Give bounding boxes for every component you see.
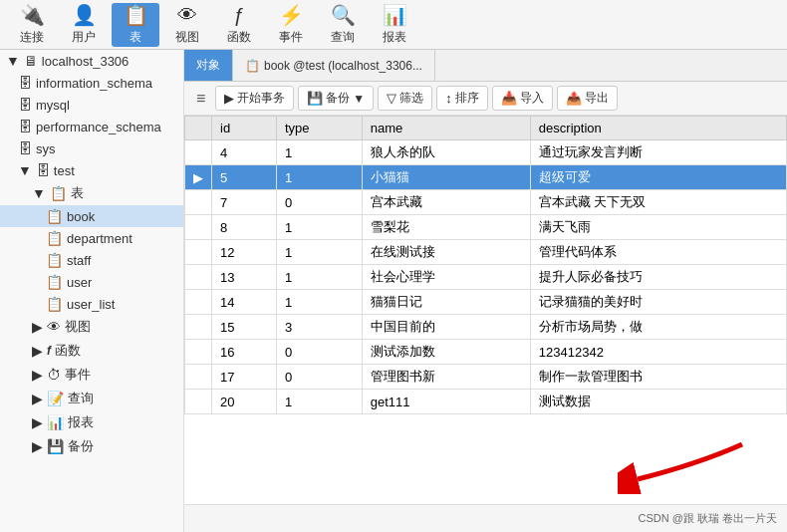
cell-description: 记录猫猫的美好时 (530, 290, 786, 315)
toolbar-user[interactable]: 👤 用户 (60, 3, 108, 47)
toolbar-table[interactable]: 📋 表 (112, 3, 159, 47)
backup-dropdown-icon: ▼ (353, 92, 365, 106)
sidebar-department-label: department (67, 231, 132, 246)
cell-id: 7 (212, 190, 277, 215)
sidebar-item-backup-group[interactable]: ▶ 💾 备份 (0, 434, 183, 458)
sidebar-item-info-schema[interactable]: 🗄 information_schema (0, 72, 183, 94)
filter-label: 筛选 (399, 90, 423, 107)
sidebar-item-department[interactable]: 📋 department (0, 227, 183, 249)
sidebar-item-mysql[interactable]: 🗄 mysql (0, 94, 183, 116)
cell-name: 雪梨花 (362, 215, 530, 240)
sidebar-item-tables-group[interactable]: ▼ 📋 表 (0, 181, 183, 205)
toolbar-event[interactable]: ⚡ 事件 (267, 3, 315, 47)
cell-id: 4 (212, 140, 277, 165)
sidebar-mysql-label: mysql (36, 98, 70, 113)
sort-btn[interactable]: ↕ 排序 (436, 86, 488, 111)
expand-icon-event: ▶ (32, 367, 43, 383)
expand-icon-func: ▶ (32, 343, 43, 359)
main-layout: ▼ 🖥 localhost_3306 🗄 information_schema … (0, 50, 787, 532)
col-name[interactable]: name (362, 117, 530, 140)
cell-name: 在线测试接 (362, 240, 530, 265)
backup-btn[interactable]: 💾 备份 ▼ (298, 86, 374, 111)
filter-icon: ▽ (387, 91, 396, 106)
top-toolbar: 🔌 连接 👤 用户 📋 表 👁 视图 ƒ 函数 ⚡ 事件 🔍 查询 📊 报表 (0, 0, 787, 50)
table-row[interactable]: 131社会心理学提升人际必备技巧 (185, 265, 787, 290)
table-row[interactable]: 153中国目前的分析市场局势，做 (185, 315, 787, 340)
expand-icon-backup: ▶ (32, 438, 43, 454)
sidebar-item-book[interactable]: 📋 book (0, 205, 183, 227)
begin-transaction-btn[interactable]: ▶ 开始事务 (215, 86, 294, 111)
sort-icon: ↕ (445, 91, 452, 106)
sidebar-item-test[interactable]: ▼ 🗄 test (0, 159, 183, 181)
expand-icon-tables: ▼ (32, 185, 46, 201)
tab-book-label: book @test (localhost_3306... (264, 59, 422, 73)
table-row[interactable]: 81雪梨花满天飞雨 (185, 215, 787, 240)
sidebar-item-query-group[interactable]: ▶ 📝 查询 (0, 387, 183, 410)
arrow-annotation (618, 434, 747, 494)
report-icon: 📊 (383, 3, 407, 27)
toolbar-query[interactable]: 🔍 查询 (319, 3, 367, 47)
table-row[interactable]: 41狼人杀的队通过玩家发言判断 (185, 140, 787, 165)
sidebar-localhost-label: localhost_3306 (42, 54, 129, 69)
import-btn[interactable]: 📥 导入 (492, 86, 553, 111)
report-group-icon: 📊 (47, 414, 64, 430)
toolbar-view[interactable]: 👁 视图 (163, 3, 211, 47)
sidebar-item-sys[interactable]: 🗄 sys (0, 137, 183, 159)
cell-id: 16 (212, 340, 277, 365)
filter-btn[interactable]: ▽ 筛选 (378, 86, 432, 111)
col-id[interactable]: id (212, 117, 277, 140)
cell-name: 宫本武藏 (362, 190, 530, 215)
sidebar-item-report-group[interactable]: ▶ 📊 报表 (0, 410, 183, 434)
localhost-expand-icon: ▼ (6, 53, 20, 69)
sort-label: 排序 (455, 90, 479, 107)
export-icon: 📤 (566, 91, 582, 106)
cell-description: 通过玩家发言判断 (530, 140, 786, 165)
tab-book-table[interactable]: 📋 book @test (localhost_3306... (233, 50, 435, 81)
sidebar-item-event-group[interactable]: ▶ ⏱ 事件 (0, 363, 183, 387)
cell-description: 测试数据 (530, 390, 786, 414)
toolbar-report[interactable]: 📊 报表 (371, 3, 418, 47)
sidebar-perf-schema-label: performance_schema (36, 120, 161, 134)
table-row[interactable]: 170管理图书新制作一款管理图书 (185, 365, 787, 390)
db-icon-mysql: 🗄 (18, 97, 32, 113)
table-row[interactable]: 141猫猫日记记录猫猫的美好时 (185, 290, 787, 315)
sidebar-report-label: 报表 (68, 413, 94, 431)
transaction-icon: ▶ (224, 91, 234, 106)
row-indicator: ▶ (185, 165, 212, 190)
col-type[interactable]: type (276, 117, 362, 140)
row-indicator (185, 190, 212, 215)
sidebar-item-perf-schema[interactable]: 🗄 performance_schema (0, 116, 183, 137)
table-row[interactable]: ▶51小猫猫超级可爱 (185, 165, 787, 190)
toolbar-connect-label: 连接 (20, 29, 44, 46)
tab-objects[interactable]: 对象 (184, 50, 233, 81)
content-area: 对象 📋 book @test (localhost_3306... ≡ ▶ 开… (184, 50, 787, 532)
cell-description: 宫本武藏 天下无双 (530, 190, 786, 215)
toolbar-connect[interactable]: 🔌 连接 (8, 3, 56, 47)
table-row[interactable]: 121在线测试接管理代码体系 (185, 240, 787, 265)
db-icon-sys: 🗄 (18, 140, 32, 156)
table-row[interactable]: 70宫本武藏宫本武藏 天下无双 (185, 190, 787, 215)
sidebar-item-user-list[interactable]: 📋 user_list (0, 293, 183, 315)
cell-description: 制作一款管理图书 (530, 365, 786, 390)
sidebar-item-localhost[interactable]: ▼ 🖥 localhost_3306 (0, 50, 183, 72)
table-icon: 📋 (124, 3, 148, 27)
table-row[interactable]: 201get111测试数据 (185, 390, 787, 414)
toolbar-function[interactable]: ƒ 函数 (215, 3, 263, 47)
hamburger-menu[interactable]: ≡ (190, 87, 211, 111)
cell-description: 分析市场局势，做 (530, 315, 786, 340)
table-row[interactable]: 160测试添加数123412342 (185, 340, 787, 365)
query-icon: 🔍 (331, 3, 356, 27)
views-group-icon: 👁 (47, 319, 61, 335)
sidebar-item-func-group[interactable]: ▶ f 函数 (0, 339, 183, 363)
export-btn[interactable]: 📤 导出 (557, 86, 618, 111)
sidebar-book-label: book (67, 209, 95, 224)
col-description[interactable]: description (530, 117, 786, 140)
sidebar-item-staff[interactable]: 📋 staff (0, 249, 183, 271)
cell-id: 14 (212, 290, 277, 315)
cell-name: get111 (362, 390, 530, 414)
sidebar-item-user[interactable]: 📋 user (0, 271, 183, 293)
server-icon: 🖥 (24, 53, 38, 69)
sidebar-test-label: test (54, 163, 75, 178)
sidebar-item-views-group[interactable]: ▶ 👁 视图 (0, 315, 183, 339)
toolbar-view-label: 视图 (175, 29, 199, 46)
